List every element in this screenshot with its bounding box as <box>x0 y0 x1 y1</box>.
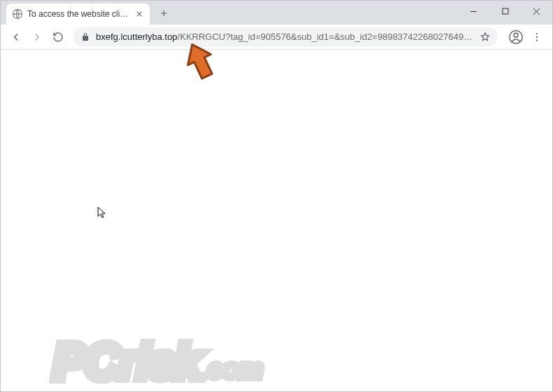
watermark-pc: PC <box>53 335 118 389</box>
watermark-risk: risk <box>118 335 200 389</box>
menu-button[interactable] <box>527 27 547 47</box>
svg-point-3 <box>514 33 518 37</box>
forward-button[interactable] <box>27 27 47 47</box>
svg-point-5 <box>536 36 538 37</box>
title-bar: To access the website click the "A <box>1 1 552 24</box>
maximize-button[interactable] <box>489 1 521 22</box>
watermark-com: .com <box>200 354 262 384</box>
close-icon[interactable] <box>134 9 144 19</box>
url-text: bxefg.lcutterlyba.top/KKRRGCU?tag_id=905… <box>96 31 475 42</box>
back-button[interactable] <box>6 27 26 47</box>
window-controls <box>458 1 552 22</box>
reload-button[interactable] <box>48 27 68 47</box>
watermark: PCrisk.com <box>53 334 262 390</box>
address-bar[interactable]: bxefg.lcutterlyba.top/KKRRGCU?tag_id=905… <box>74 27 498 47</box>
new-tab-button[interactable] <box>154 4 174 23</box>
active-tab[interactable]: To access the website click the "A <box>6 4 150 24</box>
close-window-button[interactable] <box>521 1 552 22</box>
minimize-button[interactable] <box>458 1 489 22</box>
globe-icon <box>12 8 23 20</box>
url-domain: bxefg.lcutterlyba.top <box>96 31 177 42</box>
svg-point-4 <box>536 33 538 34</box>
browser-window: To access the website click the "A <box>0 0 553 392</box>
url-path: /KKRRGCU?tag_id=905576&sub_id1=&sub_id2=… <box>177 31 475 42</box>
profile-button[interactable] <box>506 27 526 47</box>
bookmark-icon[interactable] <box>479 31 491 43</box>
toolbar: bxefg.lcutterlyba.top/KKRRGCU?tag_id=905… <box>1 24 552 50</box>
svg-point-6 <box>536 39 538 41</box>
lock-icon <box>80 32 90 42</box>
tab-title: To access the website click the "A <box>27 9 132 19</box>
svg-rect-1 <box>503 8 508 14</box>
